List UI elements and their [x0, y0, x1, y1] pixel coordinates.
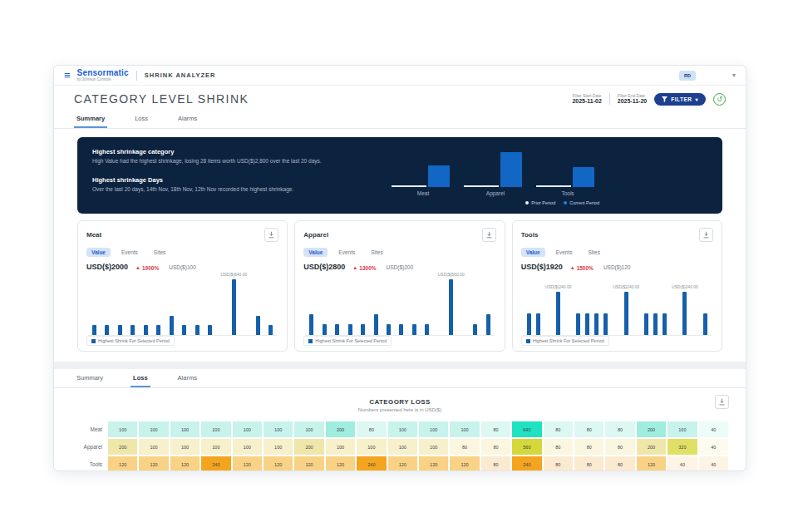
daily-bar[interactable]	[374, 273, 378, 335]
heatmap-cell[interactable]: 240	[200, 456, 231, 471]
heatmap-cell[interactable]: 100	[170, 438, 200, 456]
heatmap-cell[interactable]: 120	[418, 456, 449, 471]
daily-bar[interactable]: USD($)560.00	[438, 273, 465, 335]
card-tab-sites[interactable]: Sites	[366, 248, 387, 257]
daily-bar[interactable]	[486, 273, 490, 335]
heatmap-cell[interactable]: 240	[511, 456, 542, 471]
daily-bar[interactable]	[536, 273, 540, 335]
daily-bar[interactable]	[131, 273, 135, 335]
heatmap-cell[interactable]: 100	[418, 421, 449, 438]
heatmap-cell[interactable]: 120	[293, 456, 324, 471]
daily-bar[interactable]	[256, 273, 260, 335]
daily-bar[interactable]	[156, 273, 160, 335]
heatmap-cell[interactable]: 200	[107, 438, 138, 456]
heatmap-cell[interactable]: 120	[263, 456, 293, 471]
heatmap-cell[interactable]: 100	[232, 421, 263, 438]
daily-bar[interactable]	[105, 273, 109, 335]
daily-bar[interactable]	[144, 273, 148, 335]
heatmap-cell[interactable]: 100	[356, 438, 387, 456]
tab-alarms[interactable]: Alarms	[175, 110, 200, 128]
heatmap-cell[interactable]: 100	[200, 421, 231, 438]
daily-bar[interactable]	[644, 273, 648, 335]
heatmap-cell[interactable]: 100	[170, 421, 200, 438]
heatmap-cell[interactable]: 100	[107, 421, 138, 438]
heatmap-cell[interactable]: 100	[418, 438, 449, 456]
heatmap-cell[interactable]: 40	[698, 421, 729, 438]
download-button[interactable]	[715, 395, 729, 409]
card-tab-events[interactable]: Events	[116, 248, 143, 257]
heatmap-cell[interactable]: 100	[387, 438, 418, 456]
daily-bar[interactable]	[387, 273, 391, 335]
heatmap-cell[interactable]: 120	[138, 456, 169, 471]
tab-summary[interactable]: Summary	[74, 369, 106, 387]
daily-bar[interactable]: USD($)240.00	[672, 273, 698, 335]
daily-bar[interactable]	[348, 273, 352, 335]
daily-bar[interactable]	[473, 273, 477, 335]
heatmap-cell[interactable]: 80	[356, 421, 387, 438]
filter-button[interactable]: FILTER ▾	[654, 93, 706, 106]
download-button[interactable]	[699, 228, 713, 242]
download-button[interactable]	[482, 228, 496, 242]
heatmap-cell[interactable]: 80	[543, 438, 574, 456]
heatmap-cell[interactable]: 40	[698, 438, 729, 456]
hamburger-menu-icon[interactable]: ≡	[64, 70, 71, 81]
daily-bar[interactable]	[653, 273, 658, 335]
heatmap-cell[interactable]: 100	[138, 421, 169, 438]
reset-filter-button[interactable]: ↺	[713, 93, 726, 106]
daily-bar[interactable]	[663, 273, 667, 335]
heatmap-cell[interactable]: 200	[636, 438, 667, 456]
heatmap-cell[interactable]: 100	[263, 438, 293, 456]
daily-bar[interactable]	[92, 273, 96, 335]
heatmap-cell[interactable]: 80	[480, 421, 511, 438]
heatmap-cell[interactable]: 640	[511, 421, 542, 438]
daily-bar[interactable]	[309, 273, 313, 335]
heatmap-cell[interactable]: 120	[325, 456, 356, 471]
daily-bar[interactable]	[425, 273, 429, 335]
card-tab-value[interactable]: Value	[521, 248, 545, 257]
card-tab-value[interactable]: Value	[86, 248, 111, 257]
tab-alarms[interactable]: Alarms	[175, 369, 200, 387]
heatmap-cell[interactable]: 200	[293, 438, 324, 456]
card-tab-events[interactable]: Events	[333, 248, 360, 257]
daily-bar[interactable]	[323, 273, 327, 335]
daily-bar[interactable]	[603, 273, 608, 335]
heatmap-cell[interactable]: 100	[325, 438, 356, 456]
heatmap-cell[interactable]: 560	[511, 438, 542, 456]
heatmap-cell[interactable]: 80	[449, 438, 480, 456]
heatmap-cell[interactable]: 100	[138, 438, 169, 456]
daily-bar[interactable]	[361, 273, 365, 335]
heatmap-cell[interactable]: 80	[543, 456, 574, 471]
heatmap-cell[interactable]: 100	[293, 421, 324, 438]
tab-summary[interactable]: Summary	[74, 110, 107, 128]
heatmap-cell[interactable]: 200	[325, 421, 356, 438]
heatmap-cell[interactable]: 40	[698, 456, 729, 471]
heatmap-cell[interactable]: 40	[667, 456, 697, 471]
heatmap-cell[interactable]: 100	[263, 421, 293, 438]
heatmap-cell[interactable]: 200	[636, 421, 667, 438]
heatmap-cell[interactable]: 100	[232, 438, 263, 456]
heatmap-cell[interactable]: 80	[574, 421, 604, 438]
heatmap-cell[interactable]: 120	[387, 456, 418, 471]
daily-bar[interactable]	[585, 273, 589, 335]
card-tab-value[interactable]: Value	[303, 248, 328, 257]
heatmap-cell[interactable]: 120	[232, 456, 263, 471]
heatmap-cell[interactable]: 100	[667, 421, 697, 438]
heatmap-cell[interactable]: 80	[604, 456, 635, 471]
daily-bar[interactable]	[594, 273, 598, 335]
daily-bar[interactable]	[195, 273, 200, 335]
tab-loss[interactable]: Loss	[131, 369, 150, 387]
heatmap-cell[interactable]: 240	[356, 456, 387, 471]
daily-bar[interactable]: USD($)640.00	[220, 273, 247, 335]
heatmap-cell[interactable]: 80	[480, 438, 511, 456]
daily-bar[interactable]: USD($)240.00	[613, 273, 639, 335]
chevron-down-icon[interactable]: ▾	[732, 71, 736, 79]
card-tab-events[interactable]: Events	[551, 248, 578, 257]
download-button[interactable]	[264, 228, 278, 242]
daily-bar[interactable]	[268, 273, 273, 335]
daily-bar[interactable]	[399, 273, 403, 335]
heatmap-cell[interactable]: 80	[574, 456, 604, 471]
heatmap-cell[interactable]: 80	[543, 421, 574, 438]
heatmap-cell[interactable]: 320	[667, 438, 697, 456]
tab-loss[interactable]: Loss	[132, 110, 150, 128]
daily-bar[interactable]	[182, 273, 186, 335]
